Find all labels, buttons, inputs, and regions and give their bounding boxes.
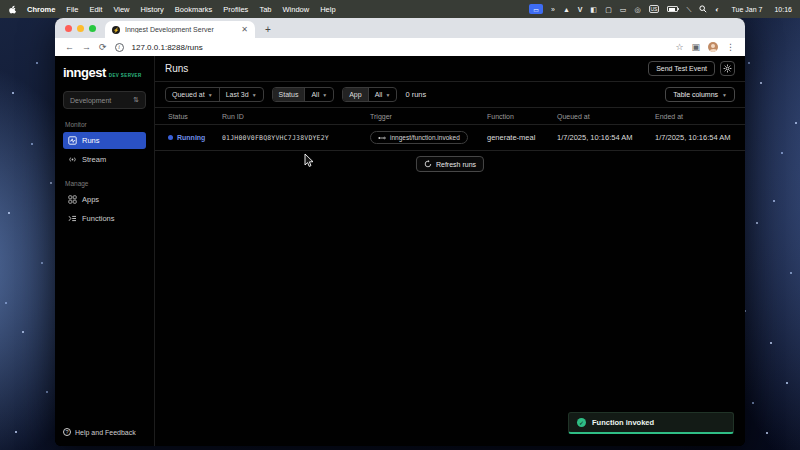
battery-icon[interactable] [667,6,678,12]
status-filter-group: Status All▼ [272,87,335,102]
column-function[interactable]: Function [487,113,557,120]
sidebar: inngest DEV SERVER Development ⇅ Monitor… [55,56,155,446]
control-center-icon[interactable]: ◐ [715,6,719,13]
main-panel: Runs Send Test Event [155,56,745,446]
time-range-filter[interactable]: Last 3d▼ [219,88,263,101]
app-content: inngest DEV SERVER Development ⇅ Monitor… [55,56,745,446]
chevron-down-icon: ▼ [385,92,390,98]
refresh-runs-button[interactable]: Refresh runs [416,156,484,172]
menubar-date[interactable]: Tue Jan 7 [732,6,763,13]
table-columns-button[interactable]: Table columns▼ [665,87,735,102]
sidebar-item-stream[interactable]: Stream [63,151,146,168]
back-icon[interactable]: ← [65,43,74,52]
gear-icon [723,64,732,73]
play-status-icon[interactable]: ◎ [634,6,640,13]
environment-selector[interactable]: Development ⇅ [63,91,146,109]
app-filter-value[interactable]: All▼ [368,88,397,101]
address-bar: ← → ⟳ i 127.0.0.1:8288/runs ☆ ▣ ⋮ [55,38,745,56]
app-filter-group: App All▼ [342,87,397,102]
menubar-time: 10:16 [774,6,792,13]
page-title: Runs [165,63,188,74]
column-status[interactable]: Status [155,113,222,120]
menu-item-edit[interactable]: Edit [89,5,102,14]
screen-mirroring-icon[interactable]: ▭ [529,4,543,14]
new-tab-button[interactable]: + [255,24,281,38]
status-filter-value[interactable]: All▼ [304,88,333,101]
minimize-window-button[interactable] [77,25,84,32]
run-function[interactable]: generate-meal [487,133,557,142]
app-filter-label: App [343,88,367,101]
monitor-section-label: Monitor [65,121,146,128]
site-info-icon[interactable]: i [115,43,124,52]
menu-item-bookmarks[interactable]: Bookmarks [175,5,213,14]
sidebar-item-runs[interactable]: Runs [63,132,146,149]
profile-avatar[interactable] [708,42,718,52]
filter-bar: Queued at▼ Last 3d▼ Status All▼ App [155,82,745,108]
inngest-favicon: ⚡ [112,26,120,34]
toast-notification: ✓ Function invoked [568,412,734,434]
input-source-badge[interactable]: US [649,5,660,13]
status-v-icon[interactable]: V [578,6,583,13]
settings-button[interactable] [720,61,735,76]
connectivity-icon[interactable]: ⟍ [686,6,691,13]
menu-bar: Chrome File Edit View History Bookmarks … [0,0,800,18]
queued-at-filter[interactable]: Queued at▼ [166,88,219,101]
page-header: Runs Send Test Event [155,56,745,82]
column-run-id[interactable]: Run ID [222,113,370,120]
menu-item-profiles[interactable]: Profiles [223,5,248,14]
toast-message: Function invoked [592,418,654,427]
trigger-badge[interactable]: inngest/function.invoked [370,131,468,144]
tab-close-icon[interactable]: ✕ [241,25,248,34]
menu-item-history[interactable]: History [141,5,164,14]
menu-item-tab[interactable]: Tab [259,5,271,14]
runs-icon [68,136,77,145]
column-queued-at[interactable]: Queued at [557,113,655,120]
apple-menu-icon[interactable] [8,4,17,14]
spotlight-search-icon[interactable] [699,5,707,13]
shortcuts-icon[interactable]: » [551,6,555,13]
fullscreen-window-button[interactable] [89,25,96,32]
menu-item-window[interactable]: Window [282,5,309,14]
bookmark-star-icon[interactable]: ☆ [675,43,683,52]
help-icon: ? [63,428,71,436]
browser-menu-icon[interactable]: ⋮ [726,43,735,52]
chevron-down-icon: ▼ [252,92,257,98]
run-id[interactable]: 01JH00V0FBQ8YVHC7J38VDYE2Y [222,134,370,142]
run-queued-at: 1/7/2025, 10:16:54 AM [557,133,655,142]
close-window-button[interactable] [65,25,72,32]
column-ended-at[interactable]: Ended at [655,113,745,120]
url-field[interactable]: 127.0.0.1:8288/runs [132,43,668,52]
window-layout-icon[interactable]: ◧ [591,6,598,13]
chevron-down-icon: ▼ [722,92,727,98]
menu-item-help[interactable]: Help [320,5,335,14]
functions-icon [68,214,77,223]
menu-item-chrome[interactable]: Chrome [27,5,55,14]
help-and-feedback[interactable]: ? Help and Feedback [63,428,136,436]
clipboard-icon[interactable]: ▢ [605,6,612,13]
manage-section-label: Manage [65,180,146,187]
status-triangle-icon[interactable]: ▲ [563,6,570,13]
refresh-icon [424,160,432,168]
runs-count: 0 runs [405,90,426,99]
forward-icon[interactable]: → [82,43,91,52]
mouse-cursor [304,153,315,168]
sidebar-item-functions[interactable]: Functions [63,210,146,227]
extensions-icon[interactable]: ▣ [691,43,700,52]
apps-icon [68,195,77,204]
run-status: Running [177,134,205,141]
updown-chevron-icon: ⇅ [133,96,139,104]
table-row[interactable]: Running 01JH00V0FBQ8YVHC7J38VDYE2Y innge… [155,125,745,151]
menu-item-view[interactable]: View [113,5,129,14]
browser-tab[interactable]: ⚡ Inngest Development Server ✕ [105,21,255,38]
display-icon[interactable]: ▭ [620,6,627,13]
column-trigger[interactable]: Trigger [370,113,487,120]
reload-icon[interactable]: ⟳ [99,43,107,52]
time-filter-group: Queued at▼ Last 3d▼ [165,87,264,102]
status-filter-label: Status [273,88,305,101]
send-test-event-button[interactable]: Send Test Event [648,61,715,76]
event-icon [378,135,386,141]
desktop: Chrome File Edit View History Bookmarks … [0,0,800,450]
table-header: Status Run ID Trigger Function Queued at… [155,108,745,125]
menu-item-file[interactable]: File [66,5,78,14]
sidebar-item-apps[interactable]: Apps [63,191,146,208]
